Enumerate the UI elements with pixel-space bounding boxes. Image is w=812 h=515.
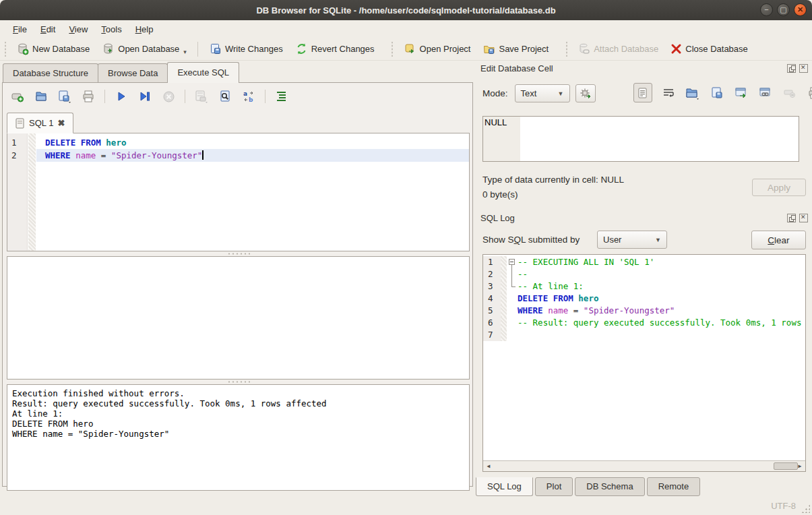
toolbar-drag-handle[interactable] xyxy=(3,42,7,57)
execution-messages[interactable]: Execution finished without errors. Resul… xyxy=(7,384,470,491)
gear-apply-icon xyxy=(580,88,592,100)
sql-editor-toolbar: ab xyxy=(9,88,290,104)
project-save-icon xyxy=(482,42,495,55)
horizontal-splitter[interactable] xyxy=(7,380,470,384)
close-dock-icon[interactable] xyxy=(799,214,808,222)
execute-line-icon[interactable] xyxy=(137,88,153,104)
sql-log-view[interactable]: 1-- EXECUTING ALL IN 'SQL 1'2--3-- At li… xyxy=(482,254,806,472)
sql-log-dock-title: SQL Log xyxy=(480,213,515,223)
title-bar[interactable]: DB Browser for SQLite - /home/user/code/… xyxy=(0,0,812,20)
text-cursor xyxy=(202,150,204,160)
save-project-button[interactable]: Save Project xyxy=(476,40,555,58)
import-file-icon[interactable] xyxy=(685,85,701,101)
cell-value-editor[interactable]: NULL xyxy=(482,116,799,162)
close-database-button[interactable]: Close Database xyxy=(664,40,754,57)
database-new-icon xyxy=(16,42,29,55)
find-icon[interactable] xyxy=(217,88,233,104)
sql-log-line: 1-- EXECUTING ALL IN 'SQL 1' xyxy=(483,256,805,268)
write-changes-button[interactable]: Write Changes xyxy=(203,40,289,58)
tab-sql-log[interactable]: SQL Log xyxy=(476,477,533,496)
copy-link-icon[interactable] xyxy=(757,85,774,101)
set-null-icon[interactable] xyxy=(782,85,798,101)
sql-log-dock-buttons xyxy=(787,214,808,222)
tab-plot[interactable]: Plot xyxy=(535,477,573,496)
stop-icon[interactable] xyxy=(160,88,177,104)
float-dock-icon[interactable] xyxy=(787,64,796,73)
sql-document-icon xyxy=(15,118,25,129)
format-sql-icon[interactable] xyxy=(274,88,290,104)
open-project-button[interactable]: Open Project xyxy=(398,40,477,58)
menu-item-view[interactable]: View xyxy=(63,22,94,36)
print-icon[interactable] xyxy=(806,85,812,101)
tab-execute-sql[interactable]: Execute SQL xyxy=(167,62,239,83)
tab-database-structure[interactable]: Database Structure xyxy=(3,63,98,83)
horizontal-splitter[interactable] xyxy=(7,251,470,256)
left-panel: Database StructureBrowse DataExecute SQL… xyxy=(0,61,475,496)
text-document-toggle-icon[interactable] xyxy=(633,83,652,102)
cell-editor-toolbar xyxy=(633,83,812,102)
sql-log-filter-select[interactable]: User▼ xyxy=(597,231,667,249)
new-sql-tab-icon[interactable] xyxy=(9,88,26,104)
attach-database-button[interactable]: Attach Database xyxy=(571,40,664,58)
cell-null-indicator: NULL xyxy=(483,117,520,161)
cell-type-info: Type of data currently in cell: NULL xyxy=(482,175,624,185)
minimize-button[interactable]: − xyxy=(760,3,773,16)
word-wrap-icon[interactable] xyxy=(660,85,677,101)
scroll-right-icon[interactable]: ▶ xyxy=(794,461,805,471)
status-bar: UTF-8 xyxy=(0,496,812,515)
sql-log-line: 4DELETE FROM hero xyxy=(483,293,805,305)
sql-log-line: 2-- xyxy=(483,268,805,280)
toolbar-separator xyxy=(197,42,198,57)
window-title: DB Browser for SQLite - /home/user/code/… xyxy=(256,5,555,16)
auto-switch-mode-button[interactable] xyxy=(575,84,596,102)
apply-button[interactable]: Apply xyxy=(752,179,806,196)
export-file-icon[interactable] xyxy=(709,85,725,101)
clear-log-button[interactable]: Clear xyxy=(751,231,806,249)
menu-item-help[interactable]: Help xyxy=(129,22,160,36)
tab-browse-data[interactable]: Browse Data xyxy=(98,63,168,83)
tab-remote[interactable]: Remote xyxy=(647,477,701,496)
results-grid[interactable] xyxy=(7,256,470,380)
revert-changes-icon xyxy=(295,42,308,55)
revert-changes-button[interactable]: Revert Changes xyxy=(289,40,381,58)
menu-bar: FileEditViewToolsHelp xyxy=(0,20,812,38)
toolbar-drag-handle[interactable] xyxy=(564,42,569,57)
print-icon[interactable] xyxy=(80,88,96,104)
mode-select[interactable]: Text▼ xyxy=(515,84,570,102)
scroll-left-icon[interactable]: ◀ xyxy=(483,461,494,471)
app-window: DB Browser for SQLite - /home/user/code/… xyxy=(0,0,812,515)
menu-item-edit[interactable]: Edit xyxy=(34,22,61,36)
svg-text:b: b xyxy=(249,96,253,103)
open-sql-file-icon[interactable] xyxy=(33,88,49,104)
float-dock-icon[interactable] xyxy=(787,214,796,222)
save-sql-file-icon[interactable] xyxy=(57,88,73,104)
close-sql-tab-icon[interactable]: ✖ xyxy=(57,118,65,128)
save-results-icon[interactable] xyxy=(193,88,210,104)
encoding-indicator[interactable]: UTF-8 xyxy=(771,501,796,511)
sql-log-filter-label: Show SQL submitted by xyxy=(482,235,580,245)
sql-file-tab[interactable]: SQL 1 ✖ xyxy=(7,113,73,133)
toolbar-drag-handle[interactable] xyxy=(390,42,395,57)
sql-code-editor[interactable]: 1DELETE FROM hero2WHERE name = "Spider-Y… xyxy=(7,133,470,251)
menu-item-tools[interactable]: Tools xyxy=(95,22,127,36)
fold-collapse-icon[interactable] xyxy=(509,259,515,265)
resize-grip-icon[interactable] xyxy=(801,504,810,513)
open-database-button[interactable]: Open Database ▾ xyxy=(96,40,193,58)
editor-line[interactable]: 2WHERE name = "Spider-Youngster" xyxy=(7,149,469,162)
find-replace-icon[interactable]: ab xyxy=(241,88,257,104)
close-dock-icon[interactable] xyxy=(799,64,808,73)
editor-line[interactable]: 1DELETE FROM hero xyxy=(7,136,469,149)
close-button[interactable]: ✕ xyxy=(794,3,807,16)
horizontal-scrollbar[interactable]: ◀ ▶ xyxy=(483,460,805,471)
menu-item-file[interactable]: File xyxy=(7,22,33,36)
database-attach-icon xyxy=(577,42,590,55)
open-external-icon[interactable] xyxy=(733,85,749,101)
tab-db-schema[interactable]: DB Schema xyxy=(575,477,644,496)
execute-sql-pane: ab SQL 1 ✖ 1DELETE FROM hero2WHERE name … xyxy=(2,82,473,487)
write-changes-icon xyxy=(209,42,222,55)
execute-all-icon[interactable] xyxy=(113,88,129,104)
maximize-button[interactable]: ▢ xyxy=(777,3,790,16)
open-database-dropdown-arrow[interactable]: ▾ xyxy=(183,49,187,55)
main-toolbar: New Database Open Database ▾ Write Chang… xyxy=(0,38,812,61)
new-database-button[interactable]: New Database xyxy=(10,40,96,58)
